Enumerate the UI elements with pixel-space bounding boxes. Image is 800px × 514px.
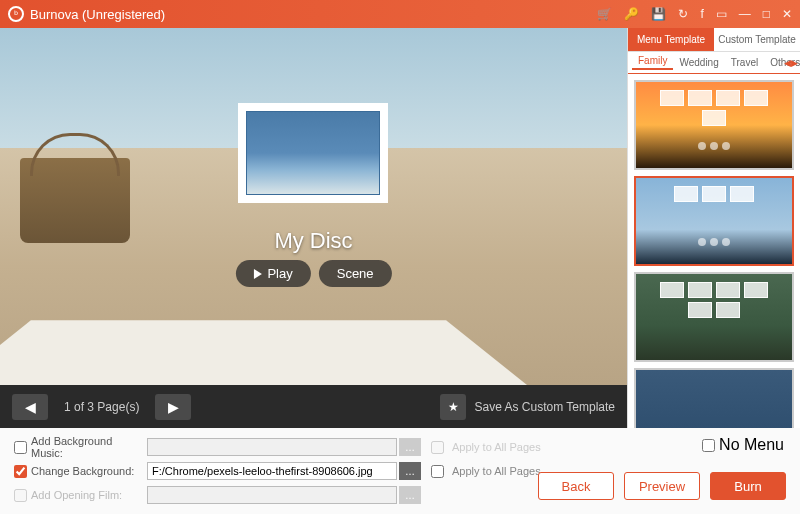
no-menu-checkbox[interactable] [702, 439, 715, 452]
refresh-icon[interactable]: ↻ [678, 7, 688, 21]
template-thumb[interactable] [634, 80, 794, 170]
change-bg-apply-all-label: Apply to All Pages [452, 465, 541, 477]
disc-title[interactable]: My Disc [274, 228, 352, 254]
change-bg-apply-all-checkbox[interactable] [431, 465, 444, 478]
bg-music-input [147, 438, 397, 456]
app-logo-icon: ᵇ [8, 6, 24, 22]
close-icon[interactable]: ✕ [782, 7, 792, 21]
opening-film-input [147, 486, 397, 504]
bottom-controls: Add Background Music: … Apply to All Pag… [0, 428, 800, 514]
video-thumbnail-stamp[interactable] [238, 103, 388, 203]
bg-music-checkbox[interactable] [14, 441, 27, 454]
bg-music-apply-all-label: Apply to All Pages [452, 441, 541, 453]
scene-button[interactable]: Scene [319, 260, 392, 287]
template-thumb[interactable] [634, 176, 794, 266]
window-title: Burnova (Unregistered) [30, 7, 597, 22]
subtab-family[interactable]: Family [632, 55, 673, 70]
preview-button[interactable]: Preview [624, 472, 700, 500]
facebook-icon[interactable]: f [700, 7, 703, 21]
change-bg-input[interactable] [147, 462, 397, 480]
feedback-icon[interactable]: ▭ [716, 7, 727, 21]
minimize-icon[interactable]: — [739, 7, 751, 21]
maximize-icon[interactable]: □ [763, 7, 770, 21]
template-sidebar: Menu Template Custom Template Family Wed… [627, 28, 800, 428]
pager-bar: ◀ 1 of 3 Page(s) ▶ ★ Save As Custom Temp… [0, 385, 627, 428]
subtab-scroll-icon[interactable]: ◀▶ [784, 58, 798, 68]
bg-music-browse-button: … [399, 438, 421, 456]
bg-music-apply-all-checkbox [431, 441, 444, 454]
play-icon [253, 269, 261, 279]
back-button[interactable]: Back [538, 472, 614, 500]
star-icon[interactable]: ★ [440, 394, 466, 420]
template-thumb[interactable] [634, 272, 794, 362]
subtab-travel[interactable]: Travel [725, 57, 764, 68]
opening-film-label: Add Opening Film: [31, 489, 147, 501]
tab-custom-template[interactable]: Custom Template [714, 28, 800, 51]
opening-film-checkbox [14, 489, 27, 502]
no-menu-label: No Menu [719, 436, 784, 454]
play-button[interactable]: Play [235, 260, 310, 287]
template-list[interactable] [628, 74, 800, 428]
save-icon[interactable]: 💾 [651, 7, 666, 21]
next-page-button[interactable]: ▶ [155, 394, 191, 420]
titlebar: ᵇ Burnova (Unregistered) 🛒 🔑 💾 ↻ f ▭ — □… [0, 0, 800, 28]
change-bg-label: Change Background: [31, 465, 147, 477]
template-thumb[interactable] [634, 368, 794, 428]
burn-button[interactable]: Burn [710, 472, 786, 500]
menu-preview[interactable]: My Disc Play Scene [0, 28, 627, 385]
opening-film-browse-button: … [399, 486, 421, 504]
change-bg-checkbox[interactable] [14, 465, 27, 478]
subtab-wedding[interactable]: Wedding [673, 57, 724, 68]
save-as-custom-template[interactable]: Save As Custom Template [474, 400, 615, 414]
no-menu-option: No Menu [702, 436, 784, 454]
key-icon[interactable]: 🔑 [624, 7, 639, 21]
change-bg-browse-button[interactable]: … [399, 462, 421, 480]
bg-music-label: Add Background Music: [31, 435, 147, 459]
page-indicator: 1 of 3 Page(s) [64, 400, 139, 414]
preview-panel: My Disc Play Scene ◀ 1 of 3 Page(s) ▶ ★ … [0, 28, 627, 428]
cart-icon[interactable]: 🛒 [597, 7, 612, 21]
tab-menu-template[interactable]: Menu Template [628, 28, 714, 51]
prev-page-button[interactable]: ◀ [12, 394, 48, 420]
main-area: My Disc Play Scene ◀ 1 of 3 Page(s) ▶ ★ … [0, 28, 800, 428]
